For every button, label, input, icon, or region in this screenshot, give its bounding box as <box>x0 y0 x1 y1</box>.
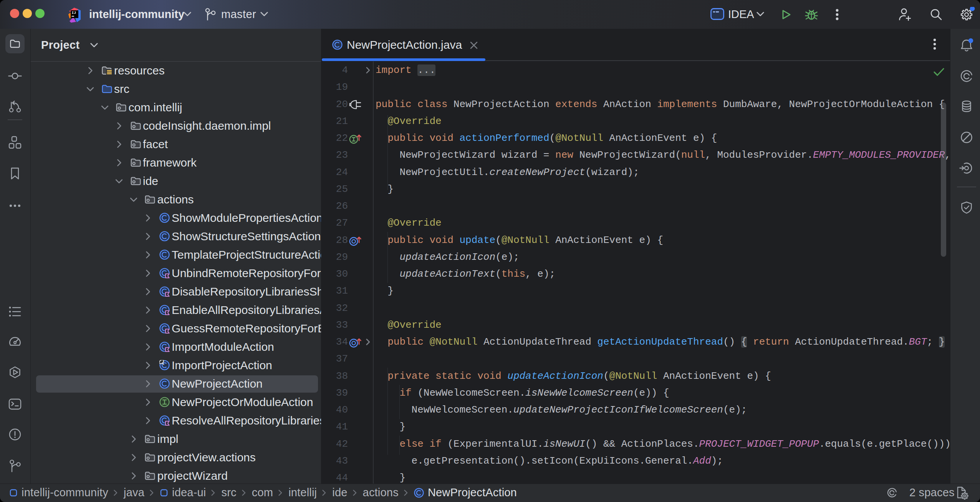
svg-text:IJ: IJ <box>72 11 76 15</box>
